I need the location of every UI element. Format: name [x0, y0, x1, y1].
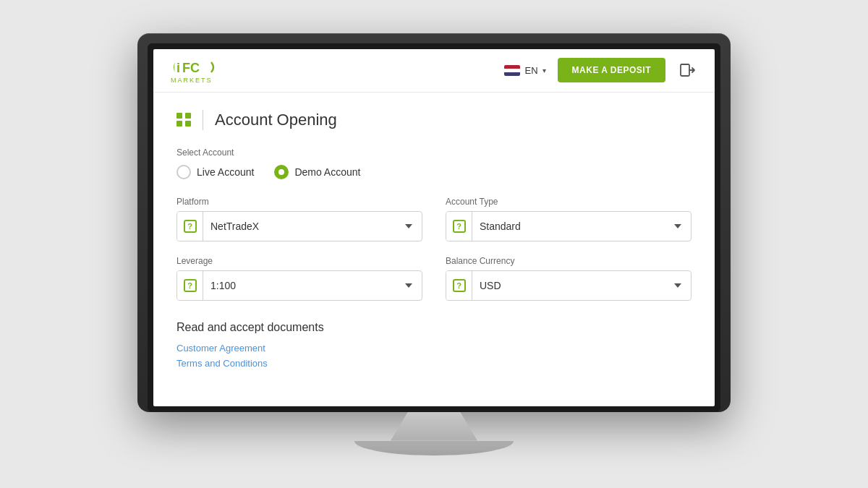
platform-field: Platform ? NetTradeX [176, 197, 422, 241]
logo-markets-text: MARKETS [171, 77, 213, 84]
stand-base [354, 441, 514, 455]
lang-code: EN [524, 65, 537, 76]
account-type-arrow [674, 224, 681, 228]
icon-dot-4 [185, 121, 191, 127]
account-type-value: Standard [472, 212, 665, 241]
platform-value: NetTradeX [203, 212, 396, 241]
leverage-help-badge: ? [184, 279, 197, 292]
balance-currency-label: Balance Currency [446, 256, 692, 266]
monitor-bezel: i FC MARKETS EN [148, 43, 720, 412]
demo-account-radio[interactable] [274, 165, 289, 179]
account-type-label: Account Type [446, 197, 692, 207]
platform-help-badge: ? [184, 220, 197, 233]
logo: i FC MARKETS [171, 56, 223, 84]
monitor-outer: i FC MARKETS EN [137, 33, 731, 412]
account-type-chevron-icon[interactable] [665, 212, 691, 241]
lang-chevron-icon: ▾ [542, 67, 546, 74]
demo-radio-inner [278, 169, 284, 175]
leverage-chevron-icon[interactable] [396, 271, 422, 300]
account-type-field: Account Type ? Standard [446, 197, 692, 241]
balance-currency-help-icon: ? [446, 271, 472, 300]
balance-currency-field: Balance Currency ? USD [446, 256, 692, 301]
page-title: Account Opening [215, 111, 337, 129]
platform-label: Platform [176, 197, 422, 207]
svg-text:i: i [176, 61, 180, 75]
live-account-label: Live Account [197, 166, 254, 178]
svg-rect-2 [681, 64, 689, 76]
balance-currency-select[interactable]: ? USD [446, 270, 692, 301]
logout-svg [679, 62, 695, 78]
form-grid: Platform ? NetTradeX [176, 197, 692, 301]
icon-dot-1 [176, 113, 182, 119]
logo-svg-graphic: i FC [171, 56, 223, 78]
balance-currency-help-badge: ? [453, 279, 466, 292]
platform-arrow [405, 224, 412, 228]
logout-icon[interactable] [677, 60, 697, 80]
language-selector[interactable]: EN ▾ [504, 65, 545, 76]
account-type-help-icon: ? [446, 212, 472, 241]
icon-dot-2 [185, 113, 191, 119]
live-account-option[interactable]: Live Account [176, 165, 254, 179]
demo-account-option[interactable]: Demo Account [274, 165, 360, 179]
leverage-field: Leverage ? 1:100 [176, 256, 422, 301]
leverage-value: 1:100 [203, 271, 396, 300]
platform-chevron-icon[interactable] [396, 212, 422, 241]
terms-conditions-link[interactable]: Terms and Conditions [176, 358, 692, 369]
leverage-select[interactable]: ? 1:100 [176, 270, 422, 301]
main-content: Account Opening Select Account Live Acco… [153, 93, 715, 406]
leverage-help-icon: ? [177, 271, 203, 300]
account-type-select[interactable]: ? Standard [446, 211, 692, 241]
customer-agreement-link[interactable]: Customer Agreement [176, 343, 692, 354]
page-divider [203, 110, 203, 130]
leverage-label: Leverage [176, 256, 422, 266]
deposit-button[interactable]: MAKE A DEPOSIT [558, 58, 665, 82]
header-right: EN ▾ MAKE A DEPOSIT [504, 58, 697, 82]
demo-account-label: Demo Account [294, 166, 360, 178]
page-icon [176, 113, 191, 127]
platform-select[interactable]: ? NetTradeX [176, 211, 422, 241]
documents-title: Read and accept documents [176, 321, 692, 334]
balance-currency-value: USD [472, 271, 665, 300]
select-account-label: Select Account [176, 147, 692, 158]
svg-text:FC: FC [182, 61, 200, 75]
balance-currency-arrow [674, 283, 681, 288]
documents-section: Read and accept documents Customer Agree… [176, 321, 692, 369]
app-header: i FC MARKETS EN [153, 49, 715, 93]
account-options: Live Account Demo Account [176, 165, 692, 179]
page-header: Account Opening [176, 110, 692, 130]
monitor-screen: i FC MARKETS EN [153, 49, 715, 406]
icon-dot-3 [176, 121, 182, 127]
account-type-help-badge: ? [453, 220, 466, 233]
flag-icon [504, 65, 520, 76]
live-account-radio[interactable] [176, 165, 191, 179]
leverage-arrow [405, 283, 412, 288]
stand-neck [391, 412, 477, 441]
platform-help-icon: ? [177, 212, 203, 241]
monitor-container: i FC MARKETS EN [137, 33, 731, 455]
logo-top: i FC [171, 56, 223, 78]
balance-currency-chevron-icon[interactable] [665, 271, 691, 300]
monitor-stand [137, 412, 731, 455]
